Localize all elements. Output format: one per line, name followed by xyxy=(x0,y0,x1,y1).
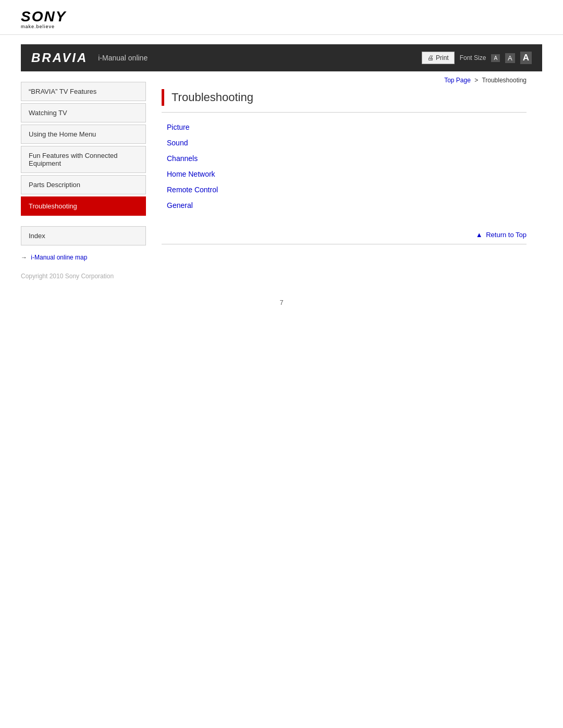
print-button[interactable]: 🖨 Print xyxy=(422,52,455,64)
title-bar-accent xyxy=(162,89,164,106)
banner-right: 🖨 Print Font Size A A A xyxy=(422,52,532,64)
sony-tagline: make.believe xyxy=(21,24,542,29)
return-top-triangle-icon: ▲ xyxy=(476,231,483,239)
link-general[interactable]: General xyxy=(167,201,527,209)
copyright-text: Copyright 2010 Sony Corporation xyxy=(21,273,114,280)
sony-text: SONY xyxy=(21,9,542,24)
sidebar-item-using-home-menu[interactable]: Using the Home Menu xyxy=(21,125,146,144)
link-remote-control[interactable]: Remote Control xyxy=(167,186,527,194)
return-top-label: Return to Top xyxy=(486,231,527,239)
bravia-logo: BRAVIA xyxy=(31,51,88,65)
return-top-area: ▲ Return to Top xyxy=(162,230,527,239)
page-title-section: Troubleshooting xyxy=(162,89,527,113)
sidebar-map-link: → i-Manual online map xyxy=(21,251,146,264)
bravia-left: BRAVIA i-Manual online xyxy=(31,51,148,65)
breadcrumb-top-link[interactable]: Top Page xyxy=(444,77,471,84)
map-arrow-icon: → xyxy=(21,254,27,261)
print-label: Print xyxy=(436,54,449,61)
bravia-banner: BRAVIA i-Manual online 🖨 Print Font Size… xyxy=(21,44,542,71)
breadcrumb: Top Page > Troubleshooting xyxy=(162,77,527,84)
page-number: 7 xyxy=(0,288,563,317)
font-large-button[interactable]: A xyxy=(520,52,532,64)
link-picture[interactable]: Picture xyxy=(167,123,527,131)
imanual-map-link[interactable]: i-Manual online map xyxy=(31,254,87,261)
sidebar-item-troubleshooting[interactable]: Troubleshooting xyxy=(21,196,146,216)
link-home-network[interactable]: Home Network xyxy=(167,170,527,178)
content-area: Top Page > Troubleshooting Troubleshooti… xyxy=(146,71,542,264)
footer: Copyright 2010 Sony Corporation xyxy=(0,264,563,288)
sidebar-item-index[interactable]: Index xyxy=(21,226,146,245)
sidebar-item-fun-features[interactable]: Fun Features with Connected Equipment xyxy=(21,146,146,173)
return-to-top-link[interactable]: ▲ Return to Top xyxy=(476,231,527,239)
page-title: Troubleshooting xyxy=(172,91,253,104)
print-icon: 🖨 xyxy=(427,54,434,61)
imanual-label: i-Manual online xyxy=(98,54,148,62)
logo-area: SONY make.believe xyxy=(0,0,563,35)
sidebar-item-bravia-tv-features[interactable]: “BRAVIA” TV Features xyxy=(21,82,146,101)
sony-logo: SONY make.believe xyxy=(21,9,542,29)
font-size-label: Font Size xyxy=(460,54,486,61)
breadcrumb-current: Troubleshooting xyxy=(482,77,527,84)
main-container: “BRAVIA” TV Features Watching TV Using t… xyxy=(21,71,542,264)
content-divider xyxy=(162,244,527,244)
link-channels[interactable]: Channels xyxy=(167,154,527,163)
content-links: Picture Sound Channels Home Network Remo… xyxy=(162,123,527,209)
font-small-button[interactable]: A xyxy=(491,54,500,62)
sidebar-item-watching-tv[interactable]: Watching TV xyxy=(21,103,146,122)
font-medium-button[interactable]: A xyxy=(505,53,515,63)
sidebar-item-parts-description[interactable]: Parts Description xyxy=(21,175,146,194)
link-sound[interactable]: Sound xyxy=(167,139,527,147)
sidebar: “BRAVIA” TV Features Watching TV Using t… xyxy=(21,71,146,264)
breadcrumb-separator: > xyxy=(474,77,478,84)
